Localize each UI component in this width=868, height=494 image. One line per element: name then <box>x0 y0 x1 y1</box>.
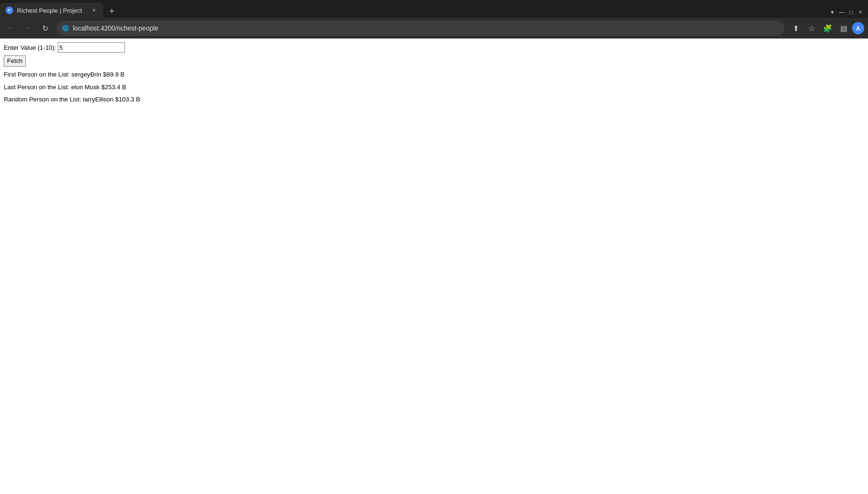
tab-dropdown-button[interactable]: ▾ <box>829 8 836 16</box>
nav-right-icons: ⬆ ☆ 🧩 ▤ A <box>788 21 864 36</box>
tab-favicon: R <box>6 7 13 14</box>
sidebar-button[interactable]: ▤ <box>836 21 851 36</box>
nav-bar: ← → ↻ 🌐 localhost:4200/richest-people ⬆ … <box>0 18 868 39</box>
random-person-result: Random Person on the List: larryEllison … <box>4 95 864 104</box>
tab-title: Richest People | Project <box>17 7 86 14</box>
page-content: Enter Value (1-10): Fetch First Person o… <box>0 39 868 112</box>
reload-button[interactable]: ↻ <box>38 21 53 36</box>
fetch-button[interactable]: Fetch <box>4 55 26 67</box>
url-text: localhost:4200/richest-people <box>73 24 779 32</box>
first-person-result: First Person on the List: sergeyBrin $89… <box>4 70 864 79</box>
input-label: Enter Value (1-10): <box>4 44 56 51</box>
forward-button[interactable]: → <box>21 21 36 36</box>
active-tab[interactable]: R Richest People | Project × <box>0 3 103 18</box>
minimize-button[interactable]: — <box>838 8 845 16</box>
address-bar[interactable]: 🌐 localhost:4200/richest-people <box>56 21 784 36</box>
profile-avatar[interactable]: A <box>852 22 864 34</box>
lock-icon: 🌐 <box>62 25 69 31</box>
bookmark-button[interactable]: ☆ <box>804 21 819 36</box>
new-tab-button[interactable]: + <box>105 5 118 18</box>
extensions-button[interactable]: 🧩 <box>820 21 835 36</box>
tab-close-button[interactable]: × <box>90 7 98 14</box>
browser-chrome: R Richest People | Project × + ▾ — □ × ←… <box>0 0 868 39</box>
window-close-button[interactable]: × <box>857 8 864 16</box>
value-input[interactable] <box>58 42 125 53</box>
tab-controls-right: ▾ — □ × <box>829 8 868 18</box>
input-row: Enter Value (1-10): <box>4 42 864 53</box>
share-button[interactable]: ⬆ <box>788 21 803 36</box>
back-button[interactable]: ← <box>4 21 19 36</box>
tab-bar: R Richest People | Project × + ▾ — □ × <box>0 0 868 18</box>
maximize-button[interactable]: □ <box>847 8 855 16</box>
last-person-result: Last Person on the List: elon Musk $253.… <box>4 83 864 92</box>
